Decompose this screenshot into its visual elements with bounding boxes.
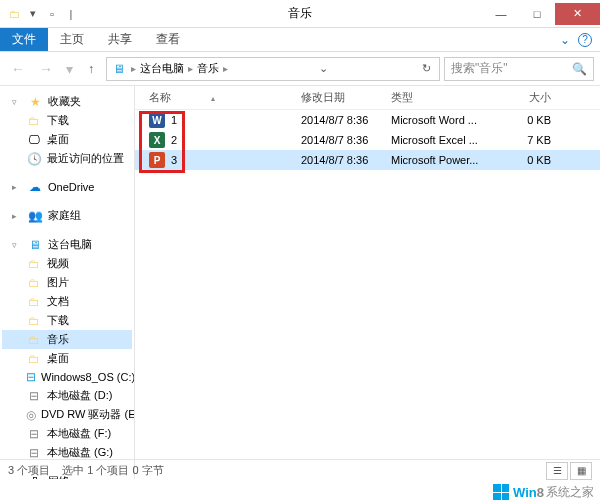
maximize-button[interactable]: □ — [519, 3, 555, 25]
breadcrumb-root[interactable]: 这台电脑 — [140, 61, 184, 76]
sidebar-item[interactable]: ⊟Windows8_OS (C:) — [2, 368, 132, 386]
watermark-win: Win — [513, 485, 537, 500]
star-icon: ★ — [27, 95, 43, 109]
qat-dropdown-icon[interactable]: ▾ — [25, 6, 41, 22]
sidebar-item-label: 文档 — [47, 294, 69, 309]
watermark-text: 系统之家 — [546, 484, 594, 501]
file-size: 0 KB — [501, 154, 561, 166]
file-date: 2014/8/7 8:36 — [301, 134, 391, 146]
disk-icon: ⊟ — [26, 427, 42, 441]
sidebar-item[interactable]: 🗀下载 — [2, 311, 132, 330]
ribbon-expand-icon[interactable]: ⌄ — [560, 33, 570, 47]
sidebar-item[interactable]: 🗀视频 — [2, 254, 132, 273]
help-icon[interactable]: ? — [578, 33, 592, 47]
tab-share[interactable]: 共享 — [96, 28, 144, 51]
file-type: Microsoft Power... — [391, 154, 501, 166]
file-type: Microsoft Excel ... — [391, 134, 501, 146]
breadcrumb-sep: ▸ — [131, 63, 136, 74]
file-date: 2014/8/7 8:36 — [301, 154, 391, 166]
navigation-pane: ▿★收藏夹 🗀下载 🖵桌面 🕓最近访问的位置 ▸☁OneDrive ▸👥家庭组 … — [0, 86, 135, 479]
window-title: 音乐 — [288, 5, 312, 22]
sidebar-favorites[interactable]: ▿★收藏夹 — [2, 92, 132, 111]
qat-properties-icon[interactable]: ▫ — [44, 6, 60, 22]
ribbon-help: ⌄ ? — [560, 28, 600, 51]
column-name[interactable]: 名称▴ — [141, 90, 301, 105]
sidebar-item[interactable]: 🗀桌面 — [2, 349, 132, 368]
file-row[interactable]: W12014/8/7 8:36Microsoft Word ...0 KB — [135, 110, 600, 130]
word-icon: W — [149, 112, 165, 128]
sidebar-item-label: DVD RW 驱动器 (E — [41, 407, 135, 422]
sidebar-item-recent[interactable]: 🕓最近访问的位置 — [2, 149, 132, 168]
qat: 🗀 ▾ ▫ | — [0, 6, 79, 22]
close-button[interactable]: ✕ — [555, 3, 600, 25]
forward-button[interactable]: → — [34, 57, 58, 81]
watermark-8: 8 — [537, 485, 544, 500]
file-row[interactable]: P32014/8/7 8:36Microsoft Power...0 KB — [135, 150, 600, 170]
sidebar-item-label: 音乐 — [47, 332, 69, 347]
file-name: 2 — [171, 134, 177, 146]
column-date[interactable]: 修改日期 — [301, 90, 391, 105]
status-selection: 选中 1 个项目 0 字节 — [62, 463, 163, 478]
address-dropdown-icon[interactable]: ⌄ — [315, 62, 332, 75]
sidebar-item[interactable]: 🗀图片 — [2, 273, 132, 292]
column-type[interactable]: 类型 — [391, 90, 501, 105]
address-bar[interactable]: 🖥 ▸ 这台电脑 ▸ 音乐 ▸ ⌄ ↻ — [106, 57, 440, 81]
watermark: Win 8 系统之家 — [487, 481, 600, 503]
status-bar: 3 个项目 选中 1 个项目 0 字节 ☰ ▦ — [0, 459, 600, 481]
search-placeholder: 搜索"音乐" — [451, 60, 508, 77]
disk-icon: ⊟ — [26, 389, 42, 403]
sidebar-item[interactable]: ⊟本地磁盘 (F:) — [2, 424, 132, 443]
ribbon-tabs: 文件 主页 共享 查看 ⌄ ? — [0, 28, 600, 52]
sidebar-item[interactable]: 🗀文档 — [2, 292, 132, 311]
sidebar-item[interactable]: 🗀音乐 — [2, 330, 132, 349]
file-name: 1 — [171, 114, 177, 126]
back-button[interactable]: ← — [6, 57, 30, 81]
sidebar-item[interactable]: ⊟本地磁盘 (D:) — [2, 386, 132, 405]
onedrive-group: ▸☁OneDrive — [2, 178, 132, 196]
sidebar-item-label: 图片 — [47, 275, 69, 290]
search-input[interactable]: 搜索"音乐" 🔍 — [444, 57, 594, 81]
view-icons-button[interactable]: ▦ — [570, 462, 592, 480]
up-button[interactable]: ↑ — [80, 58, 102, 80]
sidebar-item-downloads[interactable]: 🗀下载 — [2, 111, 132, 130]
refresh-icon[interactable]: ↻ — [418, 62, 435, 75]
recent-icon: 🕓 — [26, 152, 42, 166]
breadcrumb-folder[interactable]: 音乐 — [197, 61, 219, 76]
sidebar-computer[interactable]: ▿🖥这台电脑 — [2, 235, 132, 254]
content-area: ▿★收藏夹 🗀下载 🖵桌面 🕓最近访问的位置 ▸☁OneDrive ▸👥家庭组 … — [0, 86, 600, 479]
sidebar-homegroup[interactable]: ▸👥家庭组 — [2, 206, 132, 225]
nav-toolbar: ← → ▾ ↑ 🖥 ▸ 这台电脑 ▸ 音乐 ▸ ⌄ ↻ 搜索"音乐" 🔍 — [0, 52, 600, 86]
file-type: Microsoft Word ... — [391, 114, 501, 126]
view-details-button[interactable]: ☰ — [546, 462, 568, 480]
sidebar-onedrive[interactable]: ▸☁OneDrive — [2, 178, 132, 196]
minimize-button[interactable]: — — [483, 3, 519, 25]
qat-separator: | — [63, 6, 79, 22]
folder-icon: 🗀 — [26, 352, 42, 366]
sidebar-item[interactable]: ◎DVD RW 驱动器 (E — [2, 405, 132, 424]
tab-file[interactable]: 文件 — [0, 28, 48, 51]
pc-icon: 🖥 — [111, 62, 127, 76]
folder-icon[interactable]: 🗀 — [6, 6, 22, 22]
pc-icon: 🖥 — [27, 238, 43, 252]
sidebar-item-label: Windows8_OS (C:) — [41, 371, 135, 383]
sysdisk-icon: ⊟ — [26, 370, 36, 384]
column-size[interactable]: 大小 — [501, 90, 561, 105]
file-list: 名称▴ 修改日期 类型 大小 W12014/8/7 8:36Microsoft … — [135, 86, 600, 479]
sidebar-item-label: 桌面 — [47, 351, 69, 366]
sidebar-item-desktop[interactable]: 🖵桌面 — [2, 130, 132, 149]
tab-home[interactable]: 主页 — [48, 28, 96, 51]
favorites-group: ▿★收藏夹 🗀下载 🖵桌面 🕓最近访问的位置 — [2, 92, 132, 168]
homegroup-icon: 👥 — [27, 209, 43, 223]
onedrive-icon: ☁ — [27, 180, 43, 194]
column-headers: 名称▴ 修改日期 类型 大小 — [135, 86, 600, 110]
sidebar-item-label: 视频 — [47, 256, 69, 271]
file-row[interactable]: X22014/8/7 8:36Microsoft Excel ...7 KB — [135, 130, 600, 150]
folder-icon: 🗀 — [26, 314, 42, 328]
desktop-icon: 🖵 — [26, 133, 42, 147]
folder-icon: 🗀 — [26, 295, 42, 309]
history-dropdown[interactable]: ▾ — [62, 57, 76, 81]
sidebar-item-label: 本地磁盘 (F:) — [47, 426, 111, 441]
status-count: 3 个项目 — [8, 463, 50, 478]
computer-group: ▿🖥这台电脑 🗀视频🗀图片🗀文档🗀下载🗀音乐🗀桌面⊟Windows8_OS (C… — [2, 235, 132, 462]
tab-view[interactable]: 查看 — [144, 28, 192, 51]
